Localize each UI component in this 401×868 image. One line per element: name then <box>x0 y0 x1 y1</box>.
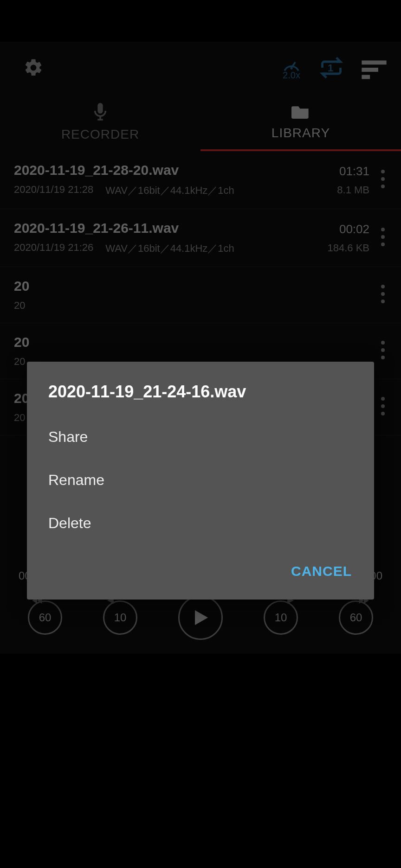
app-screen: 2.0x 1 <box>0 42 401 654</box>
share-option[interactable]: Share <box>27 415 374 459</box>
dialog-title: 2020-11-19_21-24-16.wav <box>27 382 374 415</box>
cancel-button[interactable]: CANCEL <box>287 559 356 584</box>
delete-option[interactable]: Delete <box>27 502 374 545</box>
context-menu-dialog: 2020-11-19_21-24-16.wav Share Rename Del… <box>27 362 374 600</box>
rename-option[interactable]: Rename <box>27 459 374 502</box>
